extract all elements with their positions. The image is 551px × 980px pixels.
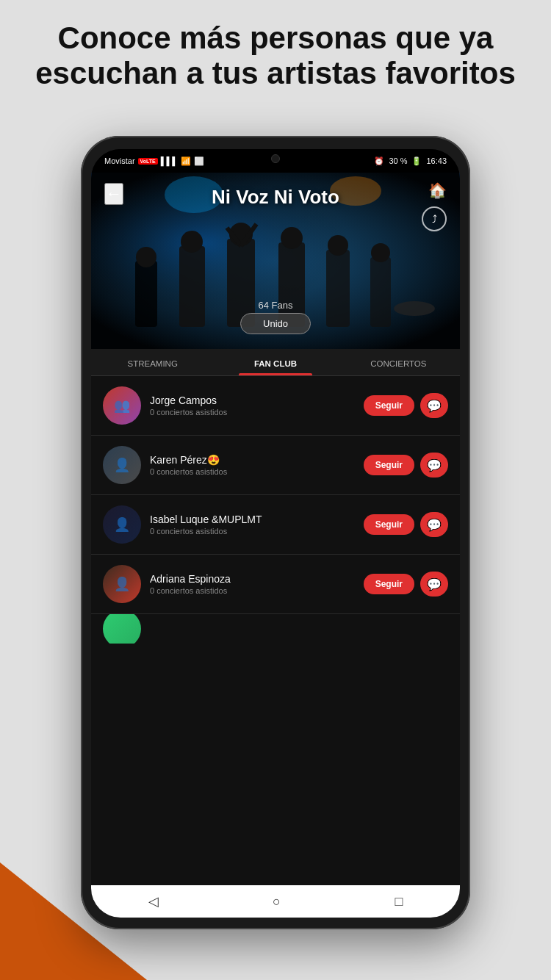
share-icon: ⤴ xyxy=(432,213,437,225)
chat-icon: 💬 xyxy=(427,518,442,532)
time-display: 16:43 xyxy=(426,156,447,165)
follow-button[interactable]: Seguir xyxy=(364,395,414,416)
fan-info: Jorge Campos 0 conciertos asistidos xyxy=(150,394,355,417)
nav-back-icon[interactable]: ◁ xyxy=(148,893,159,909)
fan-actions: Seguir 💬 xyxy=(364,393,448,418)
join-button[interactable]: Unido xyxy=(240,313,311,334)
fan-list: 👥 Jorge Campos 0 conciertos asistidos Se… xyxy=(91,376,460,909)
chat-icon: 💬 xyxy=(427,577,442,591)
fan-item: 👤 Adriana Espinoza 0 conciertos asistido… xyxy=(91,555,460,614)
avatar: 👤 xyxy=(103,505,141,544)
svg-point-8 xyxy=(181,231,203,253)
fan-name: Karen Pérez😍 xyxy=(150,454,355,466)
svg-rect-13 xyxy=(326,250,350,327)
status-bar-right: ⏰ 30 % 🔋 16:43 xyxy=(374,156,447,166)
fan-info: Adriana Espinoza 0 conciertos asistidos xyxy=(150,573,355,595)
signal-icon: ▌▌▌ xyxy=(161,156,178,165)
fan-sub: 0 conciertos asistidos xyxy=(150,586,355,595)
fan-actions: Seguir 💬 xyxy=(364,453,448,478)
fan-name: Adriana Espinoza xyxy=(150,573,355,585)
fan-info: Karen Pérez😍 0 conciertos asistidos xyxy=(150,454,355,476)
avatar: 👤 xyxy=(103,565,141,603)
fan-name: Isabel Luque &MUPLMT xyxy=(150,514,355,525)
cast-icon: ⬜ xyxy=(194,156,204,166)
svg-rect-15 xyxy=(370,257,391,327)
follow-button[interactable]: Seguir xyxy=(364,455,414,475)
svg-point-14 xyxy=(328,235,348,256)
phone-notch xyxy=(231,149,320,165)
phone-screen: Movistar VoLTE ▌▌▌ 📶 ⬜ ⏰ 30 % 🔋 16:43 xyxy=(91,149,460,918)
battery-text: 30 % xyxy=(389,156,407,165)
nav-bar: ◁ ○ □ xyxy=(91,885,460,909)
svg-point-6 xyxy=(136,247,156,267)
fan-actions: Seguir 💬 xyxy=(364,512,448,537)
fan-sub: 0 conciertos asistidos xyxy=(150,408,355,417)
fans-count: 64 Fans xyxy=(91,300,460,311)
nav-recents-icon[interactable]: □ xyxy=(395,894,403,909)
fan-actions: Seguir 💬 xyxy=(364,572,448,597)
chat-button[interactable]: 💬 xyxy=(420,572,448,597)
phone-shell: Movistar VoLTE ▌▌▌ 📶 ⬜ ⏰ 30 % 🔋 16:43 xyxy=(81,136,470,929)
tab-conciertos[interactable]: CONCIERTOS xyxy=(337,349,460,375)
hero-section: ← 🏠 ⤴ Ni Voz Ni Voto 64 Fans Unido xyxy=(91,173,460,349)
headline: Conoce más personas que ya escuchan a tu… xyxy=(29,21,522,92)
volte-badge: VoLTE xyxy=(138,158,158,165)
nav-home-icon[interactable]: ○ xyxy=(273,894,281,909)
avatar: 👤 xyxy=(103,446,141,484)
svg-point-12 xyxy=(281,227,303,249)
avatar-image: 👤 xyxy=(103,446,141,484)
tab-fan-club[interactable]: FAN CLUB xyxy=(214,349,336,375)
chat-button[interactable]: 💬 xyxy=(420,512,448,537)
svg-rect-7 xyxy=(179,246,205,327)
fan-info: Isabel Luque &MUPLMT 0 conciertos asisti… xyxy=(150,514,355,536)
avatar xyxy=(103,614,141,644)
chat-button[interactable]: 💬 xyxy=(420,393,448,418)
fan-sub: 0 conciertos asistidos xyxy=(150,527,355,536)
alarm-icon: ⏰ xyxy=(374,156,384,166)
svg-rect-5 xyxy=(135,261,157,327)
fan-item: 👥 Jorge Campos 0 conciertos asistidos Se… xyxy=(91,376,460,436)
fan-sub: 0 conciertos asistidos xyxy=(150,467,355,476)
fan-item-partial xyxy=(91,614,460,644)
chat-icon: 💬 xyxy=(427,399,442,413)
fan-item: 👤 Karen Pérez😍 0 conciertos asistidos Se… xyxy=(91,436,460,495)
fan-item: 👤 Isabel Luque &MUPLMT 0 conciertos asis… xyxy=(91,495,460,555)
fan-name: Jorge Campos xyxy=(150,394,355,406)
tab-streaming[interactable]: STREAMING xyxy=(91,349,214,375)
chat-icon: 💬 xyxy=(427,458,442,472)
wifi-icon: 📶 xyxy=(181,156,191,166)
avatar-image: 👥 xyxy=(103,386,141,425)
status-bar-left: Movistar VoLTE ▌▌▌ 📶 ⬜ xyxy=(104,156,204,166)
battery-icon: 🔋 xyxy=(411,156,422,166)
avatar-image: 👤 xyxy=(103,565,141,603)
tabs-bar: STREAMING FAN CLUB CONCIERTOS xyxy=(91,349,460,376)
chat-button[interactable]: 💬 xyxy=(420,453,448,478)
artist-name: Ni Voz Ni Voto xyxy=(91,186,460,209)
follow-button[interactable]: Seguir xyxy=(364,514,414,535)
avatar: 👥 xyxy=(103,386,141,425)
avatar-image: 👤 xyxy=(103,505,141,544)
carrier-text: Movistar xyxy=(104,156,135,165)
screen-content: ← 🏠 ⤴ Ni Voz Ni Voto 64 Fans Unido STREA… xyxy=(91,173,460,909)
share-button[interactable]: ⤴ xyxy=(422,206,447,231)
follow-button[interactable]: Seguir xyxy=(364,574,414,594)
svg-point-16 xyxy=(371,243,390,262)
